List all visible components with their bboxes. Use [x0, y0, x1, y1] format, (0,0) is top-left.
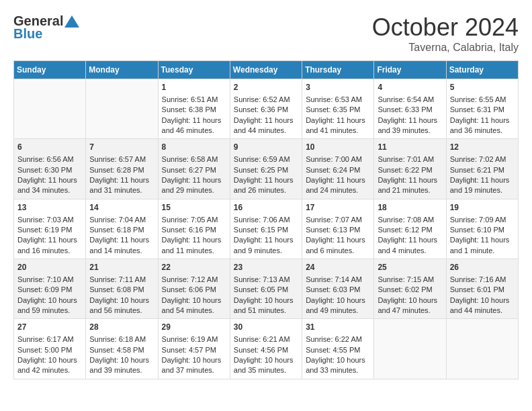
day-number: 18	[378, 202, 442, 214]
calendar-cell: 17Sunrise: 7:07 AMSunset: 6:13 PMDayligh…	[302, 199, 374, 259]
calendar-cell: 28Sunrise: 6:18 AMSunset: 4:58 PMDayligh…	[86, 319, 158, 379]
logo-bird-icon	[64, 14, 79, 29]
sunrise-text: Sunrise: 6:18 AM	[89, 335, 146, 343]
sunrise-text: Sunrise: 6:51 AM	[162, 95, 218, 103]
calendar-cell: 25Sunrise: 7:15 AMSunset: 6:02 PMDayligh…	[374, 259, 446, 319]
calendar-cell: 7Sunrise: 6:57 AMSunset: 6:28 PMDaylight…	[86, 139, 158, 199]
daylight-text: Daylight: 11 hours and 1 minute.	[450, 236, 510, 254]
calendar-table: SundayMondayTuesdayWednesdayThursdayFrid…	[13, 60, 519, 379]
sunrise-text: Sunrise: 7:06 AM	[234, 216, 290, 224]
sunrise-text: Sunrise: 6:57 AM	[89, 155, 146, 163]
sunrise-text: Sunrise: 6:59 AM	[234, 155, 290, 163]
sunset-text: Sunset: 4:57 PM	[162, 346, 216, 354]
day-number: 3	[306, 82, 370, 93]
daylight-text: Daylight: 10 hours and 44 minutes.	[450, 296, 510, 314]
calendar-cell	[86, 79, 158, 139]
calendar-cell	[446, 319, 518, 379]
calendar-cell: 5Sunrise: 6:55 AMSunset: 6:31 PMDaylight…	[446, 79, 518, 139]
sunrise-text: Sunrise: 6:21 AM	[234, 335, 290, 343]
sunrise-text: Sunrise: 6:56 AM	[17, 155, 74, 163]
calendar-cell	[14, 79, 86, 139]
daylight-text: Daylight: 11 hours and 46 minutes.	[162, 116, 222, 134]
sunset-text: Sunset: 6:10 PM	[450, 226, 504, 234]
title-block: October 2024 Taverna, Calabria, Italy	[372, 13, 519, 54]
daylight-text: Daylight: 11 hours and 9 minutes.	[234, 236, 294, 254]
day-number: 4	[378, 82, 442, 93]
day-number: 2	[234, 82, 298, 93]
daylight-text: Daylight: 10 hours and 35 minutes.	[234, 356, 294, 374]
sunset-text: Sunset: 6:33 PM	[378, 105, 432, 113]
day-number: 8	[162, 142, 226, 153]
sunrise-text: Sunrise: 7:00 AM	[306, 155, 362, 163]
calendar-cell: 26Sunrise: 7:16 AMSunset: 6:01 PMDayligh…	[446, 259, 518, 319]
sunrise-text: Sunrise: 7:07 AM	[306, 216, 362, 224]
sunrise-text: Sunrise: 7:16 AM	[450, 275, 506, 283]
sunset-text: Sunset: 6:27 PM	[162, 166, 216, 174]
calendar-cell: 2Sunrise: 6:52 AMSunset: 6:36 PMDaylight…	[230, 79, 302, 139]
sunset-text: Sunset: 6:08 PM	[89, 285, 144, 293]
daylight-text: Daylight: 11 hours and 24 minutes.	[306, 176, 365, 194]
daylight-text: Daylight: 10 hours and 54 minutes.	[162, 296, 222, 314]
sunset-text: Sunset: 6:16 PM	[162, 226, 216, 234]
calendar-cell: 11Sunrise: 7:01 AMSunset: 6:22 PMDayligh…	[374, 139, 446, 199]
calendar-cell: 19Sunrise: 7:09 AMSunset: 6:10 PMDayligh…	[446, 199, 518, 259]
daylight-text: Daylight: 11 hours and 21 minutes.	[378, 176, 437, 194]
day-number: 26	[450, 262, 515, 273]
day-number: 11	[378, 142, 442, 153]
day-number: 19	[450, 202, 515, 214]
day-number: 21	[89, 262, 154, 273]
calendar-cell: 30Sunrise: 6:21 AMSunset: 4:56 PMDayligh…	[230, 319, 302, 379]
sunset-text: Sunset: 6:24 PM	[306, 166, 360, 174]
daylight-text: Daylight: 11 hours and 39 minutes.	[378, 116, 437, 134]
calendar-cell: 6Sunrise: 6:56 AMSunset: 6:30 PMDaylight…	[14, 139, 86, 199]
daylight-text: Daylight: 11 hours and 14 minutes.	[89, 236, 149, 254]
calendar-week-row: 27Sunrise: 6:17 AMSunset: 5:00 PMDayligh…	[14, 319, 519, 379]
calendar-cell: 1Sunrise: 6:51 AMSunset: 6:38 PMDaylight…	[158, 79, 230, 139]
sunrise-text: Sunrise: 7:03 AM	[17, 216, 74, 224]
daylight-text: Daylight: 11 hours and 19 minutes.	[450, 176, 510, 194]
svg-marker-0	[64, 15, 79, 28]
logo-blue-text: Blue	[13, 26, 42, 42]
sunset-text: Sunset: 6:38 PM	[162, 105, 216, 113]
sunrise-text: Sunrise: 7:12 AM	[162, 275, 218, 283]
daylight-text: Daylight: 11 hours and 31 minutes.	[89, 176, 149, 194]
weekday-header-thursday: Thursday	[302, 61, 374, 79]
sunset-text: Sunset: 6:13 PM	[306, 226, 360, 234]
day-number: 5	[450, 82, 515, 93]
calendar-cell: 9Sunrise: 6:59 AMSunset: 6:25 PMDaylight…	[230, 139, 302, 199]
month-title: October 2024	[372, 13, 519, 42]
sunrise-text: Sunrise: 7:10 AM	[17, 275, 74, 283]
sunset-text: Sunset: 4:58 PM	[89, 346, 144, 354]
daylight-text: Daylight: 11 hours and 44 minutes.	[234, 116, 294, 134]
sunset-text: Sunset: 6:01 PM	[450, 285, 504, 293]
sunset-text: Sunset: 6:31 PM	[450, 105, 504, 113]
day-number: 12	[450, 142, 515, 153]
sunrise-text: Sunrise: 6:54 AM	[378, 95, 434, 103]
calendar-cell: 24Sunrise: 7:14 AMSunset: 6:03 PMDayligh…	[302, 259, 374, 319]
day-number: 30	[234, 322, 298, 333]
sunset-text: Sunset: 6:15 PM	[234, 226, 288, 234]
calendar-cell: 15Sunrise: 7:05 AMSunset: 6:16 PMDayligh…	[158, 199, 230, 259]
weekday-header-monday: Monday	[86, 61, 158, 79]
day-number: 16	[234, 202, 298, 214]
calendar-cell: 16Sunrise: 7:06 AMSunset: 6:15 PMDayligh…	[230, 199, 302, 259]
calendar-week-row: 6Sunrise: 6:56 AMSunset: 6:30 PMDaylight…	[14, 139, 519, 199]
sunrise-text: Sunrise: 7:02 AM	[450, 155, 506, 163]
daylight-text: Daylight: 10 hours and 42 minutes.	[17, 356, 77, 374]
daylight-text: Daylight: 11 hours and 34 minutes.	[17, 176, 77, 194]
day-number: 23	[234, 262, 298, 273]
day-number: 29	[162, 322, 226, 333]
sunset-text: Sunset: 6:36 PM	[234, 105, 288, 113]
daylight-text: Daylight: 10 hours and 39 minutes.	[89, 356, 149, 374]
sunrise-text: Sunrise: 7:09 AM	[450, 216, 506, 224]
sunset-text: Sunset: 6:21 PM	[450, 166, 504, 174]
day-number: 10	[306, 142, 370, 153]
daylight-text: Daylight: 11 hours and 26 minutes.	[234, 176, 294, 194]
daylight-text: Daylight: 10 hours and 33 minutes.	[306, 356, 365, 374]
day-number: 1	[162, 82, 226, 93]
day-number: 14	[89, 202, 154, 214]
sunset-text: Sunset: 6:22 PM	[378, 166, 432, 174]
daylight-text: Daylight: 11 hours and 11 minutes.	[162, 236, 222, 254]
daylight-text: Daylight: 11 hours and 41 minutes.	[306, 116, 365, 134]
daylight-text: Daylight: 10 hours and 49 minutes.	[306, 296, 365, 314]
